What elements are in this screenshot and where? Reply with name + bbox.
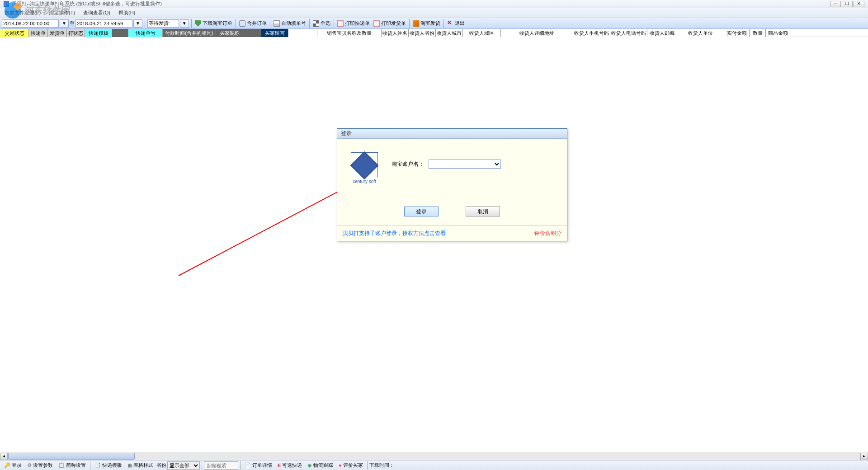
sb-ratebuyer-button[interactable]: ♥评价买家	[336, 461, 365, 470]
login-dialog: 登录 century soft 淘宝账户名： 登录 取消 贝贝打支持子账户登录，…	[337, 128, 567, 241]
menu-query[interactable]: 查询查看(Q)	[83, 9, 110, 16]
sb-template-button[interactable]: 📑快递模版	[92, 461, 124, 470]
scroll-thumb[interactable]	[8, 453, 135, 460]
sb-settings-button[interactable]: ⚙设置参数	[25, 461, 55, 470]
sb-login-button[interactable]: 🔑登录	[2, 461, 24, 470]
tracking-icon: ◉	[307, 462, 312, 468]
exit-button[interactable]: 退出	[445, 19, 467, 28]
sb-orderdetail-button[interactable]: 📄订单详情	[242, 461, 274, 470]
column-header[interactable]: 收货人姓名	[382, 29, 409, 37]
smart-search-input[interactable]	[204, 461, 238, 470]
column-header[interactable]: 付款时间(合并的相同)	[163, 29, 216, 37]
autofill-button[interactable]: 自动填单号	[272, 19, 308, 28]
column-header[interactable]: 收货人城区	[463, 29, 501, 37]
date-from-picker[interactable]: ▼	[60, 19, 69, 28]
dialog-logo: century soft	[351, 152, 378, 184]
date-to-input[interactable]	[75, 19, 132, 28]
toolbar: ▼ 至 ▼ ▼ 下载淘宝订单 合并订单 自动填单号 全选 打印快递单 打印发货单…	[0, 18, 868, 29]
status-filter-dropdown[interactable]: ▼	[180, 19, 189, 28]
column-header[interactable]: 收货人城市	[436, 29, 463, 37]
menu-bar: 数据文件管理(F) 淘宝操作(T) 查询查看(Q) 帮助(H)	[0, 8, 868, 18]
scroll-right-button[interactable]: ►	[860, 453, 868, 460]
select-all-button[interactable]: 全选	[311, 19, 332, 28]
detail-icon: 📄	[245, 462, 251, 468]
ship-button[interactable]: 淘宝发货	[411, 19, 442, 28]
menu-file[interactable]: 数据文件管理(F)	[5, 9, 41, 16]
table-column-headers: 交易状态快递单发货单行状态快递模板快递单号付款时间(合并的相同)买家昵称买家留言…	[0, 29, 868, 37]
status-bar: 🔑登录 ⚙设置参数 📋简称设置 📑快递模版 ▦表格样式 省份 显示全部 📄订单详…	[0, 460, 868, 470]
province-label: 省份	[156, 462, 166, 469]
column-header[interactable]: 销售宝贝名称及数量	[317, 29, 382, 37]
column-header[interactable]: 收货人省份	[409, 29, 436, 37]
sb-tablestyle-button[interactable]: ▦表格样式	[125, 461, 156, 470]
selectall-icon	[313, 20, 319, 27]
sb-tracking-button[interactable]: ◉物流跟踪	[305, 461, 335, 470]
column-header[interactable]	[243, 29, 261, 37]
column-header[interactable]: 买家留言	[261, 29, 288, 37]
window-controls: — ❐ ✕	[830, 1, 864, 7]
status-filter-select[interactable]	[147, 19, 179, 28]
minimize-button[interactable]: —	[830, 1, 841, 7]
column-header[interactable]: 交易状态	[0, 29, 29, 37]
download-icon	[195, 20, 201, 27]
column-header[interactable]: 快递模板	[85, 29, 112, 37]
account-label: 淘宝账户名：	[392, 160, 424, 168]
table-icon: ▦	[127, 462, 132, 468]
review-points-link[interactable]: 评价送积分	[534, 230, 561, 237]
key-icon: 🔑	[4, 462, 10, 468]
province-select[interactable]: 显示全部	[167, 461, 200, 470]
window-title: 贝贝打--淘宝快递单打印系统 (按Ctrl或Shift键多选，可进行批量操作)	[12, 0, 162, 7]
cancel-button[interactable]: 取消	[466, 207, 500, 216]
menu-taobao[interactable]: 淘宝操作(T)	[49, 9, 75, 16]
date-to-picker[interactable]: ▼	[133, 19, 142, 28]
nickname-icon: 📋	[58, 462, 65, 468]
column-header[interactable]: 买家昵称	[216, 29, 243, 37]
column-header[interactable]: 快递单号	[128, 29, 163, 37]
ship-icon	[413, 20, 419, 27]
column-header[interactable]: 快递单	[29, 29, 48, 37]
login-button[interactable]: 登录	[404, 207, 439, 216]
column-header[interactable]: 收货人电话号码	[610, 29, 647, 37]
print-express-button[interactable]: 打印快递单	[335, 19, 372, 28]
template-icon: 📑	[94, 462, 101, 468]
account-select[interactable]	[429, 160, 501, 169]
subaccount-help-link[interactable]: 贝贝打支持子账户登录，授权方法点击查看	[343, 230, 446, 237]
column-header[interactable]: 收货人单位	[677, 29, 724, 37]
column-header[interactable]: 收货人手机号码	[573, 29, 610, 37]
column-header[interactable]: 数量	[750, 29, 766, 37]
date-to-label: 至	[70, 20, 75, 27]
sb-nickname-button[interactable]: 📋简称设置	[56, 461, 88, 470]
date-from-input[interactable]	[2, 19, 59, 28]
merge-icon	[239, 20, 245, 27]
horizontal-scrollbar[interactable]: ◄ ►	[0, 452, 868, 460]
column-header[interactable]: 实付金额	[724, 29, 750, 37]
menu-help[interactable]: 帮助(H)	[118, 9, 135, 16]
column-header[interactable]: 收货人邮编	[647, 29, 677, 37]
autofill-icon	[274, 20, 280, 27]
download-orders-button[interactable]: 下载淘宝订单	[193, 19, 234, 28]
column-header[interactable]: 收货人详细地址	[501, 29, 573, 37]
column-header[interactable]	[288, 29, 317, 37]
express-icon: E	[278, 463, 281, 468]
close-button[interactable]: ✕	[854, 1, 864, 7]
merge-orders-button[interactable]: 合并订单	[237, 19, 269, 28]
main-table-area	[0, 37, 868, 452]
column-header[interactable]	[112, 29, 128, 37]
app-icon	[4, 1, 9, 7]
heart-icon: ♥	[339, 463, 342, 468]
download-time-label: 下载时间：	[369, 462, 394, 469]
column-header[interactable]: 发货单	[48, 29, 67, 37]
exit-icon	[447, 20, 453, 27]
sb-expresschoice-button[interactable]: E可选快递	[275, 461, 304, 470]
column-header[interactable]: 行状态	[67, 29, 85, 37]
scroll-left-button[interactable]: ◄	[0, 453, 8, 460]
print-delivery-icon	[373, 20, 380, 27]
print-express-icon	[337, 20, 344, 27]
restore-button[interactable]: ❐	[842, 1, 853, 7]
gear-icon: ⚙	[27, 462, 32, 468]
print-delivery-button[interactable]: 打印发货单	[372, 19, 408, 28]
dialog-title: 登录	[337, 129, 567, 139]
title-bar: 贝贝打--淘宝快递单打印系统 (按Ctrl或Shift键多选，可进行批量操作) …	[0, 0, 868, 8]
column-header[interactable]: 商品金额	[766, 29, 790, 37]
